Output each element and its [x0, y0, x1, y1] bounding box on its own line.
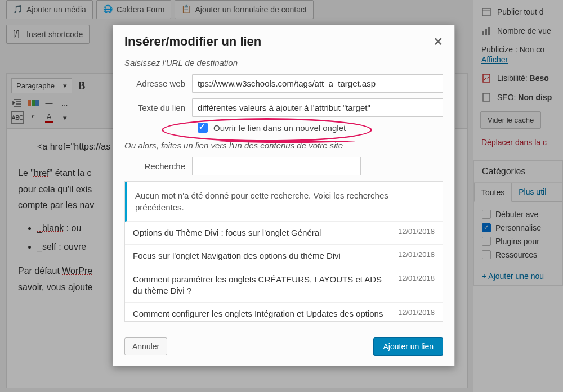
- result-title: Options du Thème Divi : focus sur l'ongl…: [133, 227, 398, 238]
- new-tab-row[interactable]: Ouvrir le lien dans un nouvel onglet: [198, 123, 443, 133]
- insert-link-modal: Insérer/modifier un lien ✕ Saisissez l'U…: [113, 25, 455, 366]
- new-tab-label: Ouvrir le lien dans un nouvel onglet: [213, 123, 346, 133]
- url-label: Adresse web: [124, 79, 192, 88]
- new-tab-checkbox[interactable]: [198, 123, 208, 133]
- search-result-item[interactable]: Comment configurer les onglets Intégrati…: [125, 303, 443, 322]
- result-date: 12/01/2018: [398, 250, 435, 259]
- link-text-label: Texte du lien: [124, 103, 192, 112]
- cancel-button[interactable]: Annuler: [124, 337, 167, 355]
- close-icon[interactable]: ✕: [434, 35, 443, 48]
- modal-title: Insérer/modifier un lien: [124, 34, 261, 49]
- url-input[interactable]: [192, 74, 443, 93]
- highlight-annotation: [217, 138, 358, 143]
- search-input[interactable]: [192, 157, 361, 175]
- search-empty-message: Aucun mot n'a été donné pour cette reche…: [125, 182, 443, 222]
- result-date: 12/01/2018: [398, 308, 435, 317]
- result-date: 12/01/2018: [398, 227, 435, 236]
- result-date: 12/01/2018: [398, 274, 435, 282]
- result-title: Comment paramétrer les onglets CRÉATEURS…: [133, 274, 398, 297]
- search-result-item[interactable]: Comment paramétrer les onglets CRÉATEURS…: [125, 268, 443, 303]
- result-title: Focus sur l'onglet Navigation des option…: [133, 250, 398, 262]
- search-results: Aucun mot n'a été donné pour cette reche…: [124, 181, 443, 322]
- search-result-item[interactable]: Focus sur l'onglet Navigation des option…: [125, 245, 443, 268]
- submit-button[interactable]: Ajouter un lien: [373, 337, 443, 355]
- search-result-item[interactable]: Options du Thème Divi : focus sur l'ongl…: [125, 222, 443, 245]
- search-label: Recherche: [124, 161, 192, 171]
- result-title: Comment configurer les onglets Intégrati…: [133, 308, 398, 322]
- modal-instruction: Saisissez l'URL de destination: [124, 58, 443, 67]
- link-text-input[interactable]: [192, 98, 443, 117]
